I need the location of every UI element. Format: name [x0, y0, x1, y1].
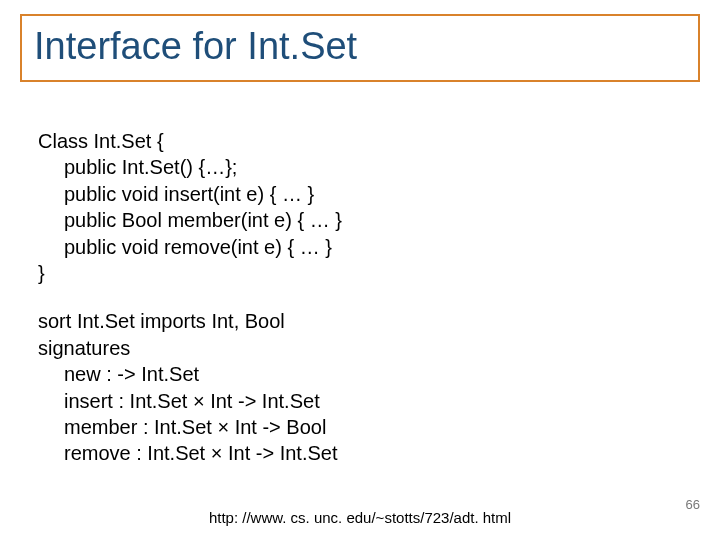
code-line: public void remove(int e) { … } [38, 234, 660, 260]
code-line: } [38, 260, 660, 286]
code-line: insert : Int.Set × Int -> Int.Set [38, 388, 660, 414]
slide-title: Interface for Int.Set [34, 26, 686, 68]
code-line: public void insert(int e) { … } [38, 181, 660, 207]
code-line: public Bool member(int e) { … } [38, 207, 660, 233]
code-line: remove : Int.Set × Int -> Int.Set [38, 440, 660, 466]
slide: Interface for Int.Set Class Int.Set { pu… [0, 0, 720, 540]
signature-block: sort Int.Set imports Int, Bool signature… [38, 308, 660, 466]
class-def-block: Class Int.Set { public Int.Set() {…}; pu… [38, 128, 660, 286]
body-content: Class Int.Set { public Int.Set() {…}; pu… [38, 128, 660, 467]
code-line: sort Int.Set imports Int, Bool [38, 308, 660, 334]
code-line: signatures [38, 335, 660, 361]
footer-url: http: //www. cs. unc. edu/~stotts/723/ad… [0, 509, 720, 526]
title-box: Interface for Int.Set [20, 14, 700, 82]
code-line: new : -> Int.Set [38, 361, 660, 387]
code-line: member : Int.Set × Int -> Bool [38, 414, 660, 440]
page-number: 66 [686, 497, 700, 512]
code-line: Class Int.Set { [38, 128, 660, 154]
code-line: public Int.Set() {…}; [38, 154, 660, 180]
